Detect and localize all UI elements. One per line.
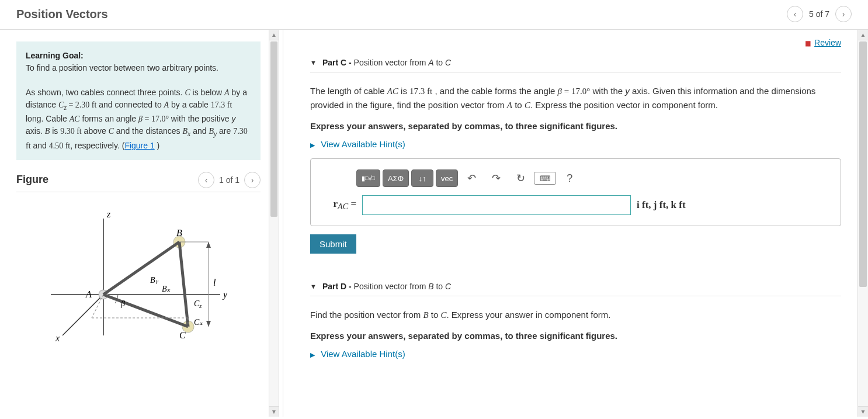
answer-input[interactable]: [362, 195, 631, 215]
expand-icon: ▶: [310, 351, 315, 358]
sort-button[interactable]: ↓↑: [411, 169, 433, 187]
panel-divider[interactable]: [283, 30, 283, 417]
scroll-up-icon[interactable]: ▲: [269, 30, 279, 40]
svg-text:l: l: [213, 278, 216, 288]
redo-button[interactable]: ↷: [485, 169, 507, 187]
part-c-label: Part C: [322, 58, 346, 67]
svg-marker-21: [206, 321, 211, 327]
svg-line-2: [63, 295, 103, 335]
help-button[interactable]: ?: [558, 169, 581, 187]
figure-prev-button[interactable]: ‹: [198, 172, 214, 188]
svg-line-14: [179, 242, 188, 327]
scroll-thumb[interactable]: [270, 41, 277, 217]
problem-statement: As shown, two cables connect three point…: [26, 88, 248, 150]
review-icon: ▮▮: [805, 39, 810, 47]
scroll-up-icon[interactable]: ▲: [858, 30, 868, 40]
right-scrollbar[interactable]: ▲ ▼: [857, 30, 868, 417]
left-scrollbar[interactable]: ▲ ▼: [269, 30, 279, 417]
learning-goal-label: Learning Goal:: [26, 51, 84, 60]
expand-icon: ▶: [310, 141, 315, 148]
svg-text:β: β: [120, 299, 125, 308]
keyboard-button[interactable]: ⌨: [534, 172, 556, 185]
collapse-icon: ▼: [310, 59, 317, 66]
part-d-hints-toggle[interactable]: ▶ View Available Hint(s): [310, 349, 841, 359]
review-link[interactable]: Review: [814, 38, 841, 47]
page-title: Position Vectors: [16, 8, 108, 21]
equation-toolbar: ▮□√□ ΑΣΦ ↓↑ vec ↶ ↷ ↻ ⌨ ?: [356, 169, 830, 187]
figure-image: z y x A B C: [16, 198, 261, 356]
scroll-thumb[interactable]: [859, 41, 867, 287]
reset-button[interactable]: ↻: [509, 169, 532, 187]
answer-box: ▮□√□ ΑΣΦ ↓↑ vec ↶ ↷ ↻ ⌨ ? rAC = i ft, j …: [310, 158, 841, 226]
svg-text:x: x: [55, 333, 60, 343]
learning-goal-box: Learning Goal: To find a position vector…: [16, 41, 261, 160]
figure-position: 1 of 1: [219, 175, 239, 185]
part-c-hints-toggle[interactable]: ▶ View Available Hint(s): [310, 139, 841, 149]
scroll-down-icon[interactable]: ▼: [269, 406, 279, 417]
svg-text:z: z: [106, 209, 111, 219]
svg-text:B: B: [176, 228, 182, 238]
left-panel: Learning Goal: To find a position vector…: [0, 30, 269, 417]
part-c-text: The length of cable AC is 17.3 ft , and …: [310, 84, 841, 112]
scroll-down-icon[interactable]: ▼: [858, 406, 868, 417]
page-nav: ‹ 5 of 7 ›: [787, 6, 852, 22]
part-d-instructions: Express your answers, separated by comma…: [310, 331, 841, 341]
svg-text:A: A: [85, 289, 92, 299]
svg-line-13: [103, 295, 188, 327]
submit-button[interactable]: Submit: [310, 234, 356, 254]
part-c-title: Position vector from A to C: [354, 58, 452, 67]
figure-next-button[interactable]: ›: [244, 172, 261, 188]
templates-button[interactable]: ▮□√□: [356, 169, 380, 187]
svg-text:Cₓ: Cₓ: [194, 318, 203, 327]
part-d-text: Find the position vector from B to C. Ex…: [310, 308, 841, 322]
svg-text:y: y: [222, 289, 228, 300]
vec-button[interactable]: vec: [436, 169, 458, 187]
svg-text:C: C: [179, 330, 186, 340]
collapse-icon: ▼: [310, 283, 317, 290]
part-c-instructions: Express your answers, separated by comma…: [310, 121, 841, 131]
part-d-header[interactable]: ▼ Part D - Position vector from B to C: [310, 277, 841, 296]
hints-label: View Available Hint(s): [321, 139, 405, 149]
greek-button[interactable]: ΑΣΦ: [383, 169, 409, 187]
figure-label: Figure: [16, 174, 48, 186]
hints-label: View Available Hint(s): [321, 349, 405, 359]
answer-lhs: rAC =: [321, 198, 356, 212]
page-position: 5 of 7: [809, 9, 829, 19]
svg-marker-20: [206, 242, 211, 248]
part-c-header[interactable]: ▼ Part C - Position vector from A to C: [310, 53, 841, 72]
answer-units: i ft, j ft, k ft: [637, 199, 686, 211]
svg-text:Bᵧ: Bᵧ: [150, 276, 159, 285]
prev-page-button[interactable]: ‹: [787, 6, 803, 22]
svg-text:Cz: Cz: [194, 299, 202, 309]
right-panel: ▮▮ Review ▼ Part C - Position vector fro…: [287, 30, 857, 417]
undo-button[interactable]: ↶: [460, 169, 482, 187]
svg-text:Bₓ: Bₓ: [162, 285, 171, 293]
part-d-title: Position vector from B to C: [354, 282, 452, 291]
part-d-label: Part D: [322, 282, 346, 291]
learning-goal-text: To find a position vector between two ar…: [26, 63, 218, 72]
next-page-button[interactable]: ›: [835, 6, 852, 22]
